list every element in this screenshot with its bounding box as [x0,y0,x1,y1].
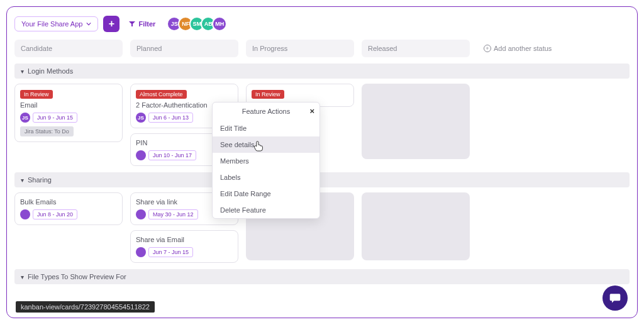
filter-label: Filter [138,20,155,28]
add-status-button[interactable]: +Add another status [477,40,586,57]
card-title: Email [20,101,117,109]
date-range-pill[interactable]: Jun 7 - Jun 15 [148,247,193,257]
context-menu-item[interactable]: See details [213,136,319,153]
empty-card-placeholder[interactable] [362,192,470,260]
column-header[interactable]: Candidate [14,40,123,57]
chevron-down-icon: ▾ [21,274,24,280]
cursor-hand-icon [253,140,264,152]
swimlane-body: In ReviewEmailJSJun 9 - Jun 15Jira Statu… [14,84,630,166]
url-tooltip: kanban-view/cards/723927804554511822 [16,301,155,313]
chevron-down-icon: ▾ [21,68,24,75]
card-title: Bulk Emails [20,198,117,206]
swimlane-body: Bulk EmailsJun 8 - Jun 20Share via linkM… [14,192,630,263]
context-menu-item[interactable]: Labels [213,169,319,186]
date-range-pill[interactable]: Jun 10 - Jun 17 [148,150,196,160]
feature-card[interactable]: In ReviewEmailJSJun 9 - Jun 15Jira Statu… [14,84,123,142]
filter-icon [128,20,136,28]
chevron-down-icon [86,21,91,26]
context-menu-item[interactable]: Edit Title [213,120,319,136]
column-cell [477,192,586,218]
column-header[interactable]: In Progress [246,40,354,57]
context-menu: Feature Actions × Edit TitleSee detailsM… [212,102,320,219]
project-name-label: Your File Share App [21,20,82,28]
assignee-avatar[interactable] [136,150,146,160]
swimlane-header[interactable]: ▾Login Methods [14,64,630,79]
card-meta: JSJun 9 - Jun 15 [20,113,117,123]
date-range-pill[interactable]: Jun 9 - Jun 15 [33,113,77,123]
topbar: Your File Share App + Filter JSNFSMABMH [14,16,630,32]
card-meta: Jun 8 - Jun 20 [20,209,117,219]
app-frame: Your File Share App + Filter JSNFSMABMH … [6,6,638,318]
chat-icon [609,292,621,304]
date-range-pill[interactable]: May 30 - Jun 12 [148,209,198,219]
status-badge: Almost Complete [136,90,187,99]
jira-status-pill: Jira Status: To Do [20,126,74,136]
swimlanes-container: ▾Login MethodsIn ReviewEmailJSJun 9 - Ju… [14,64,630,284]
empty-card-placeholder[interactable] [362,84,470,159]
status-badge: In Review [20,90,53,99]
date-range-pill[interactable]: Jun 8 - Jun 20 [33,209,77,219]
column-header[interactable]: Planned [130,40,238,57]
card-title: Share via Email [136,236,233,243]
chevron-down-icon: ▾ [21,177,24,184]
status-badge: In Review [252,90,284,99]
columns-header-row: CandidatePlannedIn ProgressReleased+Add … [14,40,630,57]
assignee-avatar[interactable]: JS [20,113,30,123]
assignee-avatar[interactable] [136,247,146,257]
column-cell: Bulk EmailsJun 8 - Jun 20 [14,192,123,225]
avatar-stack[interactable]: JSNFSMABMH [167,16,227,31]
card-meta: Jun 7 - Jun 15 [136,247,233,257]
column-cell [362,192,470,260]
swimlane-header[interactable]: ▾File Types To Show Preview For [14,269,630,284]
column-header[interactable]: Released [362,40,470,57]
column-cell [477,84,586,109]
assignee-avatar[interactable] [20,209,30,219]
context-menu-item[interactable]: Members [213,153,319,169]
feature-card[interactable]: Bulk EmailsJun 8 - Jun 20 [14,192,123,225]
context-menu-header: Feature Actions × [213,103,319,120]
context-menu-item[interactable]: Edit Date Range [213,186,319,202]
plus-circle-icon: + [484,45,491,52]
close-icon[interactable]: × [309,106,314,116]
chat-fab[interactable] [602,285,628,311]
feature-card[interactable]: Share via EmailJun 7 - Jun 15 [130,230,238,263]
assignee-avatar[interactable] [136,209,146,219]
column-cell: In ReviewEmailJSJun 9 - Jun 15Jira Statu… [14,84,123,142]
column-cell [362,84,470,159]
date-range-pill[interactable]: Jun 6 - Jun 13 [148,113,193,123]
avatar[interactable]: MH [212,16,227,31]
context-menu-item[interactable]: Delete Feature [213,202,319,218]
project-selector[interactable]: Your File Share App [14,16,98,31]
swimlane-header[interactable]: ▾Sharing [14,172,630,187]
filter-button[interactable]: Filter [125,20,159,28]
add-button[interactable]: + [103,16,119,32]
assignee-avatar[interactable]: JS [136,113,146,123]
context-menu-title: Feature Actions [242,108,290,115]
